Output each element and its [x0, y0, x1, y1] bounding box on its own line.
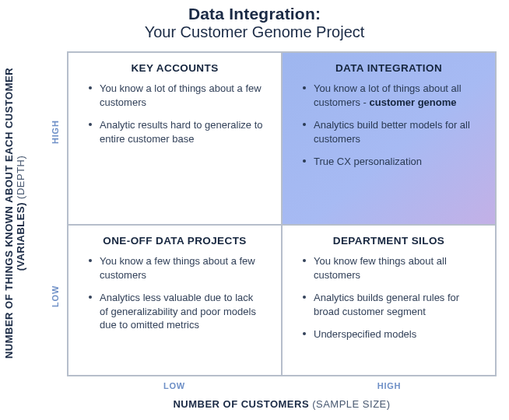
- quadrant-bullets: You know a few things about a few custom…: [84, 254, 265, 341]
- bullet: You know a few things about a few custom…: [89, 254, 264, 282]
- x-axis-label-light: (SAMPLE SIZE): [309, 398, 391, 410]
- y-axis-label: NUMBER OF THINGS KNOWN ABOUT EACH CUSTOM…: [3, 50, 26, 376]
- diagram-subtitle: Your Customer Genome Project: [0, 23, 509, 41]
- y-axis-tick-high: HIGH: [51, 130, 60, 144]
- bullet: You know a lot of things about all custo…: [303, 82, 478, 109]
- quadrant-bullets: You know few things about all customers …: [298, 254, 479, 351]
- x-axis-label-strong: NUMBER OF CUSTOMERS: [173, 398, 309, 410]
- bullet: Analytics builds general rules for broad…: [303, 291, 478, 318]
- quadrant-heading: DATA INTEGRATION: [298, 62, 479, 74]
- matrix-frame: KEY ACCOUNTS You know a lot of things ab…: [67, 51, 497, 376]
- quadrant-heading: ONE-OFF DATA PROJECTS: [84, 235, 265, 247]
- diagram-title: Data Integration:: [0, 5, 509, 23]
- bullet: Analytics less valuable due to lack of g…: [89, 291, 264, 332]
- title-block: Data Integration: Your Customer Genome P…: [0, 0, 509, 47]
- bullet: Analytic results hard to generalize to e…: [89, 118, 264, 145]
- x-axis-label: NUMBER OF CUSTOMERS (SAMPLE SIZE): [67, 398, 497, 410]
- bullet: Analytics build better models for all cu…: [303, 118, 478, 145]
- bullet: Underspecified models: [303, 327, 478, 341]
- x-axis-tick-high: HIGH: [282, 381, 497, 390]
- bullet: True CX personalization: [303, 155, 478, 169]
- quadrant-bullets: You know a lot of things about all custo…: [298, 82, 479, 178]
- bullet: You know a lot of things about a few cus…: [89, 82, 264, 109]
- bullet: You know few things about all customers: [303, 254, 478, 282]
- y-axis-label-light: (DEPTH): [15, 156, 26, 202]
- x-axis-tick-low: LOW: [67, 381, 282, 390]
- quadrant-department-silos: DEPARTMENT SILOS You know few things abo…: [282, 225, 496, 376]
- y-axis-label-strong: NUMBER OF THINGS KNOWN ABOUT EACH CUSTOM…: [3, 68, 26, 359]
- y-axis-tick-low: LOW: [51, 293, 60, 307]
- quadrant-one-off-projects: ONE-OFF DATA PROJECTS You know a few thi…: [68, 225, 282, 376]
- quadrant-data-integration: DATA INTEGRATION You know a lot of thing…: [282, 52, 496, 225]
- quadrant-heading: KEY ACCOUNTS: [84, 62, 265, 74]
- quadrant-heading: DEPARTMENT SILOS: [298, 235, 479, 247]
- quadrant-bullets: You know a lot of things about a few cus…: [84, 82, 265, 155]
- bullet-bold: customer genome: [370, 96, 457, 108]
- quadrant-matrix: KEY ACCOUNTS You know a lot of things ab…: [67, 51, 497, 376]
- quadrant-key-accounts: KEY ACCOUNTS You know a lot of things ab…: [68, 52, 282, 225]
